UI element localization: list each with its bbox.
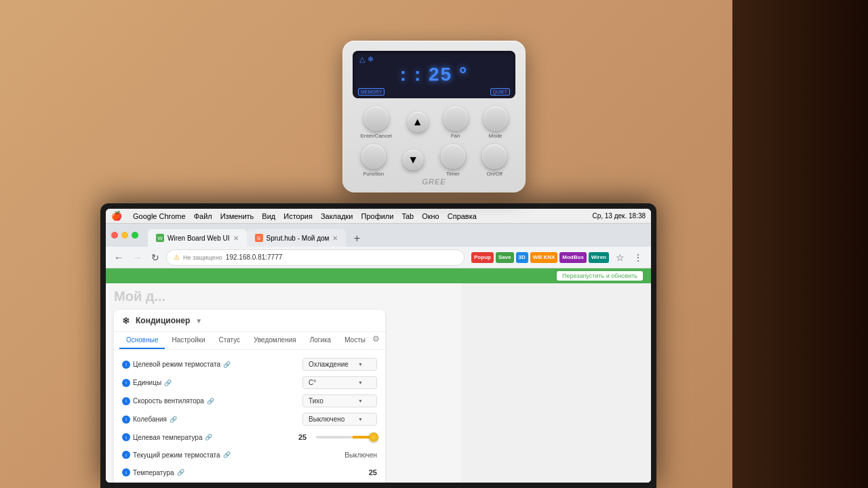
back-button[interactable]: ← xyxy=(111,250,126,265)
restart-button[interactable]: Перезапустить и обновить xyxy=(557,271,643,281)
tab-notifications[interactable]: Уведомления xyxy=(247,332,303,349)
menu-window[interactable]: Окно xyxy=(422,212,439,220)
security-warning-icon: ⚠ xyxy=(174,253,180,261)
tab-wiren-board[interactable]: W Wiren Board Web UI ✕ xyxy=(148,229,247,247)
current-mode-value: Выключен xyxy=(344,451,377,459)
setting-value-target-mode: Охлаждение xyxy=(302,358,377,371)
conditioner-icon: ❄ xyxy=(122,315,130,326)
dropdown-fan-speed[interactable]: Тихо xyxy=(302,394,377,407)
link-oscillation[interactable]: 🔗 xyxy=(170,416,177,423)
minimize-window-button[interactable] xyxy=(121,232,128,239)
security-warning-text: Не защищено xyxy=(183,254,222,261)
remote-buttons-row2: Function ▼ Timer On/Off xyxy=(353,144,515,177)
ext-wbknx[interactable]: WB KNX xyxy=(530,252,557,263)
tab-sprut-hub[interactable]: S Sprut.hub - Мой дом ✕ xyxy=(247,229,347,247)
menu-edit[interactable]: Изменить xyxy=(220,212,254,220)
tab-settings[interactable]: Настройки xyxy=(165,332,212,349)
setting-icon-target-temp: i xyxy=(122,433,130,441)
traffic-lights xyxy=(111,232,138,239)
device-tabs: Основные Настройки Статус Уведомления Ло… xyxy=(114,332,385,350)
down-group: ▼ xyxy=(403,150,423,172)
slider-thumb[interactable] xyxy=(369,432,378,442)
tab-main[interactable]: Основные xyxy=(119,332,165,349)
tab-status[interactable]: Статус xyxy=(212,332,248,349)
temp-slider[interactable] xyxy=(316,436,377,439)
menu-chrome[interactable]: Google Chrome xyxy=(133,212,186,220)
tab-logic[interactable]: Логика xyxy=(303,332,338,349)
setting-icon-oscillation: i xyxy=(122,415,130,424)
ext-3d[interactable]: 3D xyxy=(516,252,528,263)
forward-button[interactable]: → xyxy=(130,250,144,265)
timer-button[interactable] xyxy=(441,144,465,169)
chrome-tabs: W Wiren Board Web UI ✕ S Sprut.hub - Мой… xyxy=(148,224,365,247)
function-button[interactable] xyxy=(361,144,386,169)
down-button[interactable]: ▼ xyxy=(403,150,423,170)
ac-display: △ ❄ : : 25 ° MEMORY QUIET xyxy=(353,51,515,98)
maximize-window-button[interactable] xyxy=(132,232,138,239)
menu-history[interactable]: История xyxy=(283,212,313,220)
menu-view[interactable]: Вид xyxy=(262,212,275,220)
triangle-icon: △ xyxy=(359,55,365,64)
device-title: Кондиционер xyxy=(136,316,190,325)
macbook-frame: 🍎 Google Chrome Файл Изменить Вид Истори… xyxy=(100,203,656,488)
up-button[interactable]: ▲ xyxy=(408,112,428,132)
remote-buttons-row1: Enter/Cancel ▲ Fan Mode xyxy=(353,106,515,139)
link-current-mode[interactable]: 🔗 xyxy=(223,451,231,458)
menu-profiles[interactable]: Профили xyxy=(361,212,394,220)
dropdown-units[interactable]: C° xyxy=(302,376,377,389)
url-text: 192.168.0.81:7777 xyxy=(226,253,282,261)
panel-settings-button[interactable]: ⚙ xyxy=(372,332,380,346)
dropdown-oscillation[interactable]: Выключено xyxy=(302,413,377,426)
wood-panel xyxy=(732,0,868,488)
ext-modbus[interactable]: ModBus xyxy=(559,252,587,263)
menubar-right: Ср, 13 дек. 18:38 xyxy=(592,212,646,220)
link-target-mode[interactable]: 🔗 xyxy=(223,361,231,368)
device-panel: ❄ Кондиционер ▼ Основные Настройки Стату… xyxy=(114,310,385,483)
new-tab-button[interactable]: + xyxy=(349,230,365,247)
tab-bridges[interactable]: Мосты xyxy=(338,332,372,349)
mode-group: Mode xyxy=(484,106,508,139)
ext-save[interactable]: Save xyxy=(496,252,514,263)
device-settings: i Целевой режим термостата 🔗 Охлаждение xyxy=(114,350,385,483)
menu-tab[interactable]: Tab xyxy=(401,212,414,220)
enter-cancel-button[interactable] xyxy=(364,106,389,131)
menu-file[interactable]: Файл xyxy=(194,212,212,220)
link-fan-speed[interactable]: 🔗 xyxy=(207,398,214,405)
chrome-toolbar: ← → ↻ ⚠ Не защищено 192.168.0.81:7777 Po… xyxy=(106,247,651,268)
link-target-temp[interactable]: 🔗 xyxy=(205,434,212,441)
tab-close-wiren[interactable]: ✕ xyxy=(233,235,239,242)
function-group: Function xyxy=(361,144,386,177)
setting-label-target-temp: i Целевая температура 🔗 xyxy=(122,433,212,441)
on-off-button[interactable] xyxy=(482,144,507,169)
link-temperature[interactable]: 🔗 xyxy=(177,469,184,476)
macbook-screen: 🍎 Google Chrome Файл Изменить Вид Истори… xyxy=(106,209,651,483)
up-group: ▲ xyxy=(408,112,428,134)
dropdown-target-mode[interactable]: Охлаждение xyxy=(302,358,377,371)
chrome-titlebar: W Wiren Board Web UI ✕ S Sprut.hub - Мой… xyxy=(106,224,651,247)
setting-row-temperature: i Температура 🔗 25 xyxy=(122,464,377,481)
menu-bookmarks[interactable]: Закладки xyxy=(321,212,353,220)
display-temperature: : : 25 ° xyxy=(400,64,468,85)
setting-value-fan-speed: Тихо xyxy=(302,394,377,407)
device-name-dropdown[interactable]: ▼ xyxy=(195,317,202,325)
ac-remote: △ ❄ : : 25 ° MEMORY QUIET Enter/Cancel ▲… xyxy=(342,41,526,192)
fan-button[interactable] xyxy=(443,106,468,131)
tab-close-sprut[interactable]: ✕ xyxy=(332,235,338,242)
function-label: Function xyxy=(363,171,384,177)
display-icons: △ ❄ xyxy=(359,55,374,64)
address-bar[interactable]: ⚠ Не защищено 192.168.0.81:7777 xyxy=(166,249,465,266)
menu-help[interactable]: Справка xyxy=(448,212,477,220)
tab-favicon-wiren: W xyxy=(156,234,164,242)
reload-button[interactable]: ↻ xyxy=(148,250,163,265)
mode-button[interactable] xyxy=(484,106,508,131)
close-window-button[interactable] xyxy=(111,232,118,239)
temp-slider-container: 25 xyxy=(298,433,377,441)
bookmark-button[interactable]: ☆ xyxy=(612,250,627,265)
chrome-menu-button[interactable]: ⋮ xyxy=(631,250,646,265)
tab-favicon-sprut: S xyxy=(255,234,263,242)
ext-wiren[interactable]: Wiren xyxy=(589,252,609,263)
setting-value-oscillation: Выключено xyxy=(302,413,377,426)
setting-label-current-mode: i Текущий режим термостата 🔗 xyxy=(122,451,231,459)
ext-popup[interactable]: Popup xyxy=(471,252,494,263)
link-units[interactable]: 🔗 xyxy=(164,380,172,386)
